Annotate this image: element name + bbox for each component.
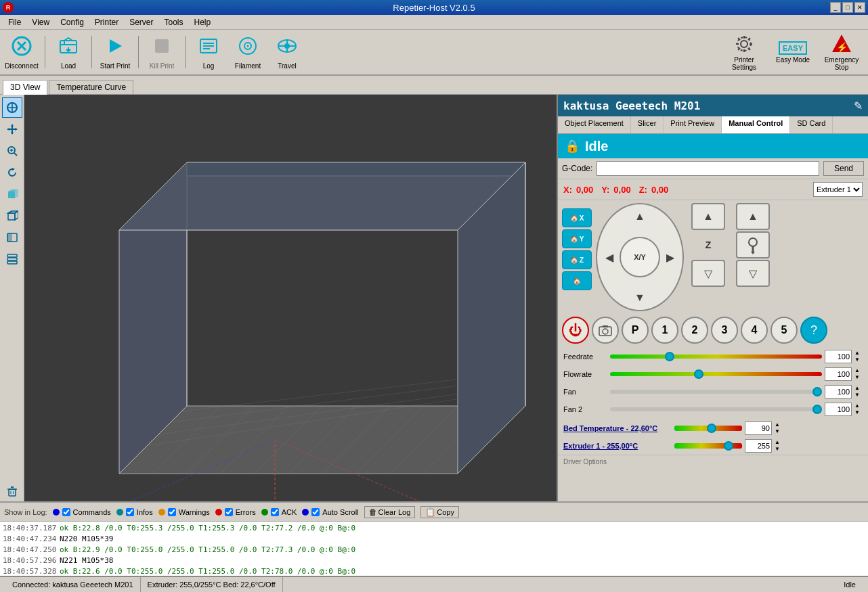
clear-log-button[interactable]: 🗑 Clear Log	[364, 506, 416, 518]
feedrate-thumb[interactable]	[665, 352, 674, 361]
emergency-stop-button[interactable]: ⚡ Emergency Stop	[818, 32, 865, 72]
extruder-temp-value[interactable]: 255	[745, 439, 772, 453]
xy-center-button[interactable]: X/Y	[620, 237, 660, 277]
tab-object-placement[interactable]: Object Placement	[558, 116, 631, 133]
fan2-down[interactable]: ▼	[854, 409, 863, 416]
bed-temp-up[interactable]: ▲	[775, 422, 783, 428]
sidebar-tool-cube-solid[interactable]	[2, 184, 22, 204]
menu-help[interactable]: Help	[189, 16, 217, 28]
fan-slider[interactable]	[610, 390, 822, 394]
bed-temp-label[interactable]: Bed Temperature - 22,60°C	[563, 424, 672, 432]
disconnect-button[interactable]: Disconnect	[3, 32, 41, 72]
3d-viewport[interactable]: Y X	[24, 95, 557, 501]
fan2-slider[interactable]	[610, 407, 822, 411]
bed-temp-down[interactable]: ▼	[775, 428, 783, 435]
edit-printer-icon[interactable]: ✎	[854, 99, 863, 112]
easy-mode-button[interactable]: EASY Easy Mode	[769, 32, 817, 72]
extruder-temp-stepper[interactable]: ▲ ▼	[775, 439, 783, 453]
move-y-plus-button[interactable]: ▲	[630, 207, 649, 226]
tab-slicer[interactable]: Slicer	[631, 116, 664, 133]
bed-temp-value[interactable]: 90	[745, 422, 772, 435]
help-button[interactable]: ?	[800, 317, 827, 344]
sidebar-tool-pointer[interactable]	[2, 97, 22, 118]
send-button[interactable]: Send	[823, 161, 864, 176]
extruder-temp-slider[interactable]	[674, 443, 742, 449]
extruder-select[interactable]: Extruder 1 Extruder 2	[813, 182, 863, 197]
sidebar-tool-move[interactable]	[2, 119, 22, 139]
tab-3d-view[interactable]: 3D View	[3, 80, 47, 95]
move-z-minus-button[interactable]: ▽	[691, 260, 725, 287]
printer-settings-button[interactable]: Printer Settings	[720, 32, 768, 72]
fan-stepper[interactable]: ▲ ▼	[854, 385, 863, 399]
autoscroll-checkbox[interactable]	[311, 508, 320, 516]
tab-sd-card[interactable]: SD Card	[790, 116, 833, 133]
move-x-plus-button[interactable]: ▶	[661, 248, 680, 267]
tab-print-preview[interactable]: Print Preview	[664, 116, 722, 133]
menu-view[interactable]: View	[26, 16, 55, 28]
close-button[interactable]: ✕	[854, 2, 865, 13]
filament-button[interactable]: Filament	[229, 32, 267, 72]
xy-jog-control[interactable]: ▲ ▼ ◀ ▶ X/Y	[596, 203, 684, 311]
bed-temp-slider[interactable]	[674, 426, 742, 431]
sidebar-tool-cube-wire[interactable]	[2, 206, 22, 226]
fan2-stepper[interactable]: ▲ ▼	[854, 403, 863, 416]
extrude-forward-button[interactable]: ▲	[736, 203, 770, 230]
home-x-button[interactable]: 🏠 X	[562, 208, 592, 227]
pos5-button[interactable]: 5	[771, 317, 798, 344]
gcode-input[interactable]	[596, 161, 819, 176]
tab-temperature-curve[interactable]: Temperature Curve	[49, 80, 133, 94]
load-button[interactable]: Load	[49, 32, 87, 72]
log-button[interactable]: Log	[190, 32, 227, 72]
sidebar-tool-rotate[interactable]	[2, 162, 22, 183]
ack-checkbox[interactable]	[271, 508, 279, 516]
flowrate-stepper[interactable]: ▲ ▼	[854, 367, 863, 381]
home-y-button[interactable]: 🏠 Y	[562, 229, 592, 248]
flowrate-thumb[interactable]	[694, 369, 703, 379]
feedrate-up[interactable]: ▲	[854, 350, 863, 357]
travel-button[interactable]: Travel	[268, 32, 306, 72]
menu-tools[interactable]: Tools	[159, 16, 189, 28]
sidebar-tool-trash[interactable]	[2, 481, 22, 501]
tab-manual-control[interactable]: Manual Control	[722, 116, 790, 133]
pos1-button[interactable]: 1	[651, 317, 678, 344]
extruder-temp-down[interactable]: ▼	[775, 446, 783, 453]
pos2-button[interactable]: 2	[681, 317, 708, 344]
sidebar-tool-zoom[interactable]	[2, 141, 22, 161]
flowrate-up[interactable]: ▲	[854, 367, 863, 374]
sidebar-tool-cube-flat[interactable]	[2, 227, 22, 248]
pos4-button[interactable]: 4	[741, 317, 768, 344]
home-z-button[interactable]: 🏠 Z	[562, 250, 592, 269]
pos3-button[interactable]: 3	[711, 317, 738, 344]
fan-thumb[interactable]	[812, 387, 822, 396]
home-all-button[interactable]: 🏠	[562, 271, 592, 290]
fan2-thumb[interactable]	[812, 405, 822, 414]
extruder-temp-thumb[interactable]	[724, 441, 733, 451]
move-z-plus-button[interactable]: ▲	[691, 203, 725, 230]
menu-config[interactable]: Config	[55, 16, 89, 28]
feedrate-down[interactable]: ▼	[854, 357, 863, 363]
feedrate-stepper[interactable]: ▲ ▼	[854, 350, 863, 363]
flowrate-down[interactable]: ▼	[854, 374, 863, 381]
extruder-temp-label[interactable]: Extruder 1 - 255,00°C	[563, 442, 672, 450]
menu-printer[interactable]: Printer	[89, 16, 124, 28]
kill-print-button[interactable]: Kill Print	[143, 32, 181, 72]
copy-log-button[interactable]: 📋 Copy	[420, 506, 459, 518]
fan-up[interactable]: ▲	[854, 385, 863, 392]
feedrate-slider[interactable]	[610, 355, 822, 359]
warnings-checkbox[interactable]	[168, 508, 176, 516]
camera-button[interactable]	[592, 317, 619, 344]
extrude-reverse-button[interactable]: ▽	[736, 260, 770, 287]
minimize-button[interactable]: _	[830, 2, 841, 13]
fan-down[interactable]: ▼	[854, 392, 863, 399]
move-x-minus-button[interactable]: ◀	[600, 248, 619, 267]
flowrate-slider[interactable]	[610, 372, 822, 376]
start-print-button[interactable]: Start Print	[96, 32, 134, 72]
menu-server[interactable]: Server	[124, 16, 158, 28]
menu-file[interactable]: File	[3, 16, 26, 28]
power-button[interactable]: ⏻	[562, 317, 589, 344]
commands-checkbox[interactable]	[62, 508, 70, 516]
extruder-temp-up[interactable]: ▲	[775, 439, 783, 446]
infos-checkbox[interactable]	[126, 508, 134, 516]
bed-temp-stepper[interactable]: ▲ ▼	[775, 422, 783, 435]
move-y-minus-button[interactable]: ▼	[630, 288, 649, 307]
